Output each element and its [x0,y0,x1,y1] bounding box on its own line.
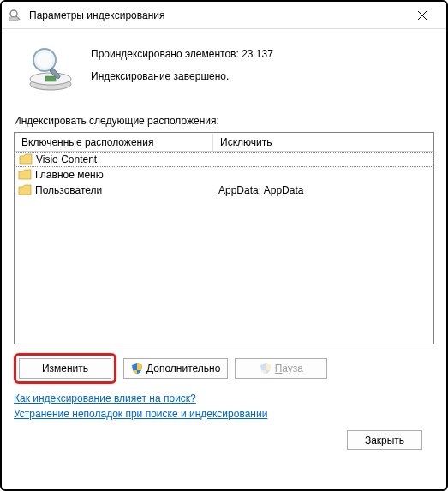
svg-point-0 [10,10,17,17]
close-button[interactable] [405,3,439,28]
location-name: Visio Content [36,153,97,165]
location-name: Главное меню [35,169,104,181]
locations-header: Включенные расположения Исключить [15,133,433,152]
folder-icon [18,169,32,181]
locations-list: Включенные расположения Исключить Visio … [14,132,434,344]
advanced-button[interactable]: Дополнительно [123,358,228,379]
list-item[interactable]: Пользователи AppData; AppData [15,183,433,198]
list-item[interactable]: Главное меню [15,167,433,183]
location-excluded: AppData; AppData [213,184,433,196]
uac-shield-icon [260,362,272,374]
locations-section-label: Индексировать следующие расположения: [14,115,434,127]
pause-label: ауза [282,362,303,374]
svg-point-9 [37,52,52,68]
troubleshoot-link[interactable]: Устранение неполадок при поиске и индекс… [14,408,267,420]
status-block: Проиндексировано элементов: 23 137 Индек… [14,36,434,108]
titlebar: Параметры индексирования [2,2,446,29]
window-title: Параметры индексирования [29,9,405,21]
column-excluded[interactable]: Исключить [213,134,433,151]
location-name: Пользователи [35,184,102,196]
column-included[interactable]: Включенные расположения [15,134,213,151]
svg-rect-2 [9,17,18,21]
folder-icon [18,184,32,196]
svg-rect-7 [45,76,56,81]
uac-shield-icon [131,362,143,374]
pause-button: Пауза [235,358,327,379]
indexed-count-label: Проиндексировано элементов: 23 137 [91,48,273,60]
tutorial-highlight: Изменить [14,353,116,384]
how-indexing-affects-link[interactable]: Как индексирование влияет на поиск? [14,392,196,404]
indexing-options-icon [9,9,22,22]
indexing-state-label: Индексирование завершено. [91,70,273,82]
advanced-label: ополнительно [153,362,220,374]
list-item[interactable]: Visio Content [15,152,433,167]
modify-button[interactable]: Изменить [19,358,111,379]
indexing-status-icon [26,46,75,93]
close-dialog-button[interactable]: Закрыть [347,430,422,450]
folder-icon [19,153,33,165]
close-icon [418,11,427,20]
